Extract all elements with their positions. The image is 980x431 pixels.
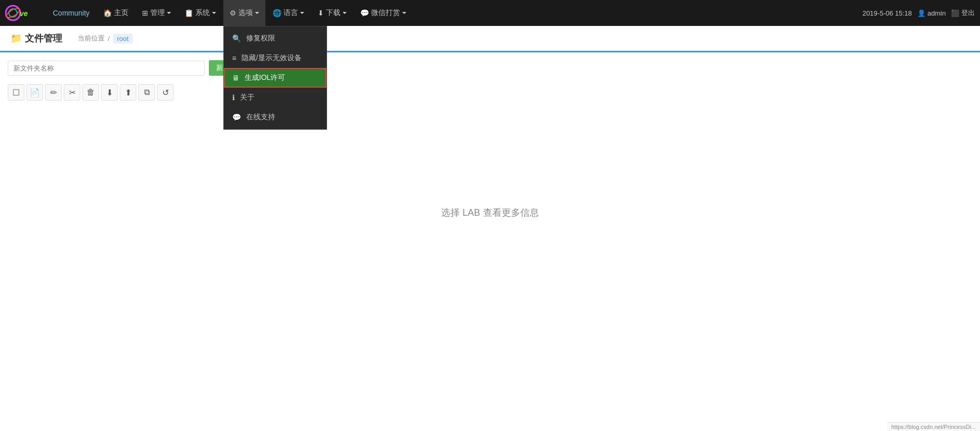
page-title-text: 文件管理 bbox=[25, 32, 62, 45]
nav-language[interactable]: 🌐 语言 bbox=[266, 0, 310, 26]
wechat-icon: 💬 bbox=[360, 9, 369, 17]
user-icon: 👤 bbox=[917, 9, 926, 17]
cut-icon: ✂ bbox=[69, 88, 76, 98]
download-caret bbox=[343, 12, 347, 14]
chat-icon: 💬 bbox=[232, 113, 241, 121]
system-label: 系统 bbox=[195, 8, 210, 18]
options-label: 选项 bbox=[238, 8, 253, 18]
trash-icon: 🗑 bbox=[87, 88, 95, 97]
community-label: Community bbox=[53, 9, 90, 17]
admin-label: admin bbox=[928, 9, 946, 17]
upload-btn[interactable]: ⬆ bbox=[120, 84, 136, 101]
system-caret bbox=[212, 12, 216, 14]
management-caret bbox=[167, 12, 171, 14]
page-title: 📁 文件管理 bbox=[10, 32, 62, 45]
generate-iol-label: 生成IOL许可 bbox=[245, 73, 286, 82]
status-url: https://blog.csdn.net/PrincessDi... bbox=[891, 424, 976, 430]
license-icon: 🖥 bbox=[232, 74, 239, 82]
file-icon: 📄 bbox=[30, 88, 40, 98]
download-icon: ⬇ bbox=[318, 9, 324, 17]
hide-show-label: 隐藏/显示无效设备 bbox=[242, 53, 302, 63]
dropdown-fix-permissions[interactable]: 🔍 修复权限 bbox=[224, 29, 326, 48]
empty-state: 选择 LAB 查看更多信息 bbox=[8, 109, 972, 316]
file-mgr-icon: 📁 bbox=[10, 33, 22, 44]
breadcrumb-current[interactable]: root bbox=[113, 34, 133, 44]
dropdown-about[interactable]: ℹ 关于 bbox=[224, 88, 326, 107]
language-label: 语言 bbox=[283, 8, 298, 18]
download-label: 下载 bbox=[326, 8, 340, 18]
breadcrumb-label: 当前位置 bbox=[78, 34, 105, 43]
copy-btn[interactable]: ⧉ bbox=[138, 84, 155, 101]
folder-name-input[interactable] bbox=[8, 61, 205, 76]
refresh-btn[interactable]: ↺ bbox=[157, 84, 174, 101]
edit-btn[interactable]: ✏ bbox=[45, 84, 62, 101]
online-support-label: 在线支持 bbox=[246, 113, 275, 122]
about-label: 关于 bbox=[240, 93, 254, 102]
nav-download[interactable]: ⬇ 下载 bbox=[311, 0, 353, 26]
gear-icon: ⚙ bbox=[230, 9, 236, 17]
svg-point-1 bbox=[9, 9, 17, 17]
nav-wechat[interactable]: 💬 微信打赏 bbox=[354, 0, 413, 26]
checkbox-btn[interactable]: ☐ bbox=[8, 84, 24, 101]
options-dropdown: 🔍 修复权限 ≡ 隐藏/显示无效设备 🖥 生成IOL许可 ℹ 关于 💬 bbox=[223, 26, 327, 130]
grid-icon: ⊞ bbox=[142, 9, 148, 17]
logout-icon: ⬛ bbox=[951, 9, 959, 17]
nav-items: Community 🏠 主页 ⊞ 管理 📋 系统 ⚙ 选项 🔍 修复权限 bbox=[47, 0, 862, 26]
icon-toolbar: ☐ 📄 ✏ ✂ 🗑 ⬇ ⬆ ⧉ ↺ bbox=[8, 82, 972, 103]
home-label: 主页 bbox=[114, 8, 129, 18]
system-icon: 📋 bbox=[184, 9, 193, 17]
wechat-caret bbox=[402, 12, 406, 14]
dropdown-hide-show[interactable]: ≡ 隐藏/显示无效设备 bbox=[224, 48, 326, 68]
nav-community[interactable]: Community bbox=[47, 0, 96, 26]
refresh-icon: ↺ bbox=[162, 88, 169, 98]
toolbar-row: 新建文件夹 bbox=[8, 60, 972, 76]
new-file-btn[interactable]: 📄 bbox=[26, 84, 43, 101]
datetime-display: 2019-5-06 15:18 bbox=[862, 9, 912, 17]
nav-options[interactable]: ⚙ 选项 🔍 修复权限 ≡ 隐藏/显示无效设备 🖥 生成IOL许可 ℹ bbox=[223, 0, 265, 26]
cut-btn[interactable]: ✂ bbox=[64, 84, 80, 101]
management-label: 管理 bbox=[150, 8, 165, 18]
nav-management[interactable]: ⊞ 管理 bbox=[136, 0, 177, 26]
status-bar: https://blog.csdn.net/PrincessDi... bbox=[887, 422, 980, 431]
upload-arrow-icon: ⬆ bbox=[125, 88, 132, 98]
dropdown-generate-iol[interactable]: 🖥 生成IOL许可 bbox=[224, 68, 326, 88]
sub-header: 📁 文件管理 当前位置 / root bbox=[0, 26, 980, 52]
globe-icon: 🌐 bbox=[273, 9, 281, 17]
home-icon: 🏠 bbox=[103, 9, 112, 17]
empty-message: 选择 LAB 查看更多信息 bbox=[441, 206, 538, 219]
wechat-label: 微信打赏 bbox=[371, 8, 400, 18]
info-icon: ℹ bbox=[232, 93, 235, 102]
list-icon: ≡ bbox=[232, 54, 236, 62]
delete-btn[interactable]: 🗑 bbox=[82, 84, 99, 101]
nav-system[interactable]: 📋 系统 bbox=[178, 0, 222, 26]
nav-right: 2019-5-06 15:18 👤 admin ⬛ 登出 bbox=[862, 8, 975, 18]
checkbox-icon: ☐ bbox=[12, 88, 20, 98]
copy-icon: ⧉ bbox=[144, 88, 150, 97]
breadcrumb-separator: / bbox=[108, 35, 110, 43]
breadcrumb: 当前位置 / root bbox=[78, 34, 133, 44]
admin-user[interactable]: 👤 admin bbox=[917, 9, 946, 17]
edit-icon: ✏ bbox=[50, 88, 57, 98]
download-arrow-icon: ⬇ bbox=[106, 88, 113, 98]
dropdown-online-support[interactable]: 💬 在线支持 bbox=[224, 107, 326, 127]
options-caret bbox=[255, 12, 259, 14]
svg-text:ve: ve bbox=[20, 9, 28, 18]
fix-permissions-label: 修复权限 bbox=[246, 34, 275, 43]
nav-home[interactable]: 🏠 主页 bbox=[97, 0, 135, 26]
navbar: ve Community 🏠 主页 ⊞ 管理 📋 系统 ⚙ 选项 bbox=[0, 0, 980, 26]
download-btn[interactable]: ⬇ bbox=[101, 84, 118, 101]
app-logo[interactable]: ve bbox=[5, 3, 41, 23]
logout-btn[interactable]: ⬛ 登出 bbox=[951, 8, 975, 18]
search-icon: 🔍 bbox=[232, 34, 241, 43]
main-content: 新建文件夹 ☐ 📄 ✏ ✂ 🗑 ⬇ ⬆ ⧉ ↺ 选 bbox=[0, 52, 980, 431]
logout-label: 登出 bbox=[961, 8, 975, 18]
language-caret bbox=[300, 12, 304, 14]
